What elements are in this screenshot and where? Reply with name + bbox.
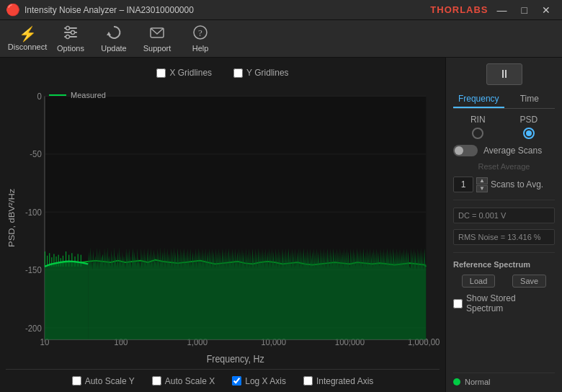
scans-input[interactable]	[453, 177, 473, 192]
update-label: Update	[101, 44, 126, 53]
rin-circle[interactable]	[472, 128, 483, 139]
update-icon	[106, 24, 122, 43]
disconnect-label: Disconnect	[8, 43, 47, 51]
save-button[interactable]: Save	[512, 275, 546, 288]
scans-label: Scans to Avg.	[491, 179, 543, 190]
pause-icon: ⏸	[499, 68, 510, 81]
avg-scans-toggle[interactable]	[453, 145, 478, 156]
chart-plot: Measured 0 -50 -100 -150 -200	[6, 84, 440, 369]
log-x-axis-label: Log X Axis	[245, 376, 286, 386]
scans-down-button[interactable]: ▼	[476, 185, 488, 192]
psd-label: PSD	[519, 115, 538, 125]
integrated-axis-checkbox[interactable]	[303, 376, 313, 386]
help-icon: ?	[192, 24, 208, 43]
svg-text:0: 0	[37, 92, 42, 102]
status-bar: Normal	[453, 373, 555, 386]
disconnect-icon: ⚡	[19, 27, 37, 41]
close-button[interactable]: ✕	[536, 4, 556, 17]
support-icon	[149, 24, 165, 43]
y-gridlines-checkbox[interactable]	[233, 68, 243, 78]
avg-scans-label: Average Scans	[483, 146, 542, 156]
chart-svg: 0 -50 -100 -150 -200 10 100 1,000 10	[6, 84, 440, 369]
support-button[interactable]: Support	[137, 22, 177, 55]
rin-label: RIN	[470, 115, 486, 125]
x-gridlines-label: X Gridlines	[169, 68, 212, 78]
options-button[interactable]: Options	[50, 22, 91, 55]
help-button[interactable]: ? Help	[180, 22, 220, 55]
integrated-axis-toggle[interactable]: Integrated Axis	[303, 376, 373, 386]
divider-2	[453, 252, 555, 253]
help-label: Help	[192, 44, 209, 53]
auto-scale-y-toggle[interactable]: Auto Scale Y	[72, 376, 135, 386]
chart-area: X Gridlines Y Gridlines Measured 0	[0, 58, 445, 392]
title-bar-right: THORLABS — □ ✕	[430, 4, 556, 17]
x-gridlines-checkbox[interactable]	[156, 68, 166, 78]
mode-tabs: Frequency Time	[453, 91, 555, 109]
scans-up-button[interactable]: ▲	[476, 177, 488, 184]
toolbar: ⚡ Disconnect Options Update	[0, 20, 562, 58]
support-label: Support	[143, 44, 171, 53]
rms-noise-field: RMS Noise = 13.416 %	[453, 229, 555, 245]
y-gridlines-label: Y Gridlines	[246, 68, 288, 78]
svg-point-5	[66, 35, 70, 39]
reset-average-button[interactable]: Reset Average	[453, 162, 555, 171]
right-panel: ⏸ Frequency Time RIN PSD Average Scans	[445, 58, 562, 392]
divider-1	[453, 200, 555, 200]
show-stored-checkbox[interactable]	[453, 299, 463, 308]
scans-arrows: ▲ ▼	[476, 177, 488, 192]
window-title: Intensity Noise Analyzer – INA2301000000…	[24, 5, 194, 15]
legend-line	[49, 94, 66, 96]
minimize-button[interactable]: —	[491, 4, 513, 17]
tab-time[interactable]: Time	[504, 91, 556, 108]
auto-scale-x-toggle[interactable]: Auto Scale X	[152, 376, 215, 386]
svg-text:-200: -200	[25, 323, 42, 334]
psd-circle[interactable]	[523, 128, 535, 139]
auto-scale-y-label: Auto Scale Y	[85, 376, 135, 386]
pause-button[interactable]: ⏸	[486, 63, 522, 85]
auto-scale-x-checkbox[interactable]	[152, 376, 161, 386]
log-x-axis-checkbox[interactable]	[232, 376, 241, 386]
load-button[interactable]: Load	[462, 275, 495, 288]
legend-label: Measured	[71, 91, 106, 99]
mode-radio: RIN PSD	[453, 115, 555, 139]
svg-rect-36	[45, 251, 45, 267]
tab-frequency[interactable]: Frequency	[453, 91, 504, 108]
options-icon	[63, 24, 79, 43]
svg-marker-6	[107, 32, 111, 35]
x-gridlines-toggle[interactable]: X Gridlines	[156, 68, 212, 78]
scans-row: ▲ ▼ Scans to Avg.	[453, 177, 555, 192]
toggle-knob	[455, 146, 463, 155]
svg-point-4	[71, 31, 75, 35]
chart-footer: Auto Scale Y Auto Scale X Log X Axis Int…	[6, 369, 440, 392]
title-bar-left: 🔴 Intensity Noise Analyzer – INA23010000…	[6, 3, 194, 17]
rin-radio[interactable]: RIN	[470, 115, 486, 139]
svg-text:-50: -50	[30, 149, 42, 160]
main-content: X Gridlines Y Gridlines Measured 0	[0, 58, 562, 392]
maximize-button[interactable]: □	[516, 4, 533, 17]
y-gridlines-toggle[interactable]: Y Gridlines	[233, 68, 288, 78]
update-button[interactable]: Update	[94, 22, 134, 55]
avg-scans-row: Average Scans	[453, 145, 555, 156]
auto-scale-x-label: Auto Scale X	[165, 376, 215, 386]
svg-text:?: ?	[198, 27, 202, 38]
app-logo: 🔴	[6, 3, 20, 17]
psd-radio[interactable]: PSD	[519, 115, 538, 139]
show-stored-label: Show Stored Spectrum	[466, 293, 555, 313]
auto-scale-y-checkbox[interactable]	[72, 376, 81, 386]
svg-text:Frequency, Hz: Frequency, Hz	[207, 353, 264, 365]
title-bar: 🔴 Intensity Noise Analyzer – INA23010000…	[0, 0, 562, 20]
options-label: Options	[57, 44, 84, 53]
show-stored-toggle[interactable]: Show Stored Spectrum	[453, 293, 555, 313]
ref-spectrum-label: Reference Spectrum	[453, 260, 555, 269]
brand-label: THORLABS	[430, 4, 488, 15]
log-x-axis-toggle[interactable]: Log X Axis	[232, 376, 286, 386]
chart-legend: Measured	[49, 91, 106, 99]
status-dot	[453, 378, 460, 386]
ref-action-row: Load Save	[453, 275, 555, 288]
svg-text:PSD, dBV²/Hz: PSD, dBV²/Hz	[7, 189, 17, 247]
svg-text:-100: -100	[25, 207, 42, 218]
integrated-axis-label: Integrated Axis	[316, 376, 373, 386]
svg-text:-150: -150	[25, 265, 42, 276]
disconnect-button[interactable]: ⚡ Disconnect	[7, 22, 48, 55]
dc-value-field: DC = 0.001 V	[453, 208, 555, 223]
